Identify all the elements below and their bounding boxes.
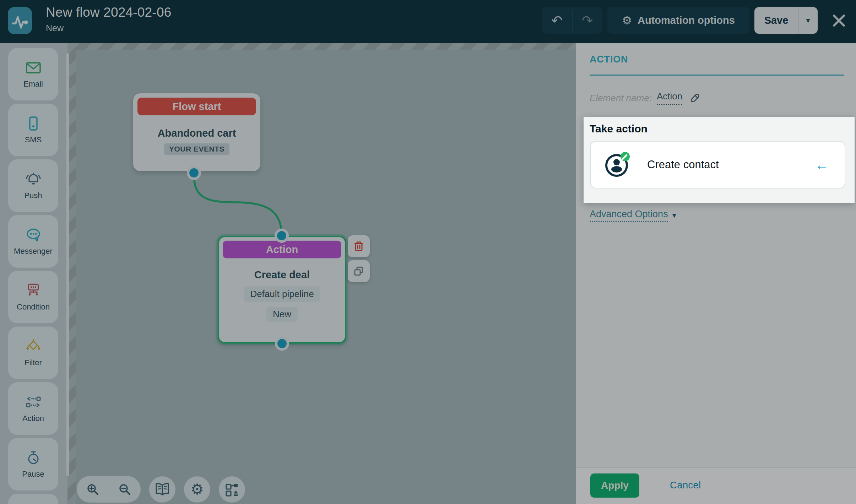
- panel-title: ACTION: [590, 54, 628, 65]
- create-contact-card[interactable]: Create contact ←: [590, 141, 845, 188]
- messenger-icon: [25, 227, 42, 243]
- save-dropdown-button[interactable]: ▾: [798, 16, 818, 25]
- close-icon: [831, 12, 847, 29]
- sidebar-item-action[interactable]: Action: [8, 382, 58, 435]
- zoom-controls: [77, 476, 141, 503]
- node-action-stage-tag: New: [266, 307, 298, 322]
- sidebar-item-email[interactable]: Email: [8, 48, 58, 100]
- flow-status: New: [46, 23, 171, 33]
- node-flow-start-tag: YOUR EVENTS: [164, 143, 229, 155]
- sidebar-item-label: SMS: [25, 135, 42, 144]
- panel-footer: Apply Cancel: [576, 467, 856, 504]
- node-action-pipeline-tag: Default pipeline: [244, 286, 320, 302]
- sidebar-item-label: Condition: [17, 302, 50, 312]
- trash-icon: [353, 240, 365, 252]
- email-icon: [25, 60, 42, 76]
- zoom-out-icon: [117, 482, 132, 497]
- save-button[interactable]: Save: [754, 15, 798, 26]
- create-contact-label: Create contact: [647, 158, 719, 171]
- delete-node-button[interactable]: [348, 235, 370, 257]
- sms-icon: [25, 115, 42, 132]
- sidebar-item-label: Filter: [25, 358, 42, 367]
- sidebar-item-pause[interactable]: Pause: [8, 438, 58, 491]
- element-name-row: Element name: Action: [590, 91, 700, 105]
- redo-icon: ↷: [582, 13, 593, 28]
- node-flow-start-title: Abandoned cart: [133, 127, 260, 139]
- gear-icon: ⚙: [190, 482, 204, 497]
- minimap-icon: [224, 482, 240, 497]
- sidebar-scrollbar[interactable]: [66, 53, 69, 476]
- save-split-button: Save ▾: [754, 7, 818, 34]
- node-flow-start[interactable]: Flow start Abandoned cart YOUR EVENTS: [133, 93, 260, 171]
- flow-titles: New flow 2024-02-06 New: [46, 5, 171, 33]
- flow-canvas[interactable]: Flow start Abandoned cart YOUR EVENTS Ac…: [67, 43, 576, 504]
- node-action-create-deal[interactable]: Action Create deal Default pipeline New: [218, 236, 346, 344]
- automation-options-label: Automation options: [638, 15, 735, 26]
- zoom-out-button[interactable]: [109, 476, 141, 503]
- advanced-options-label: Advanced Options: [590, 209, 668, 222]
- canvas-settings-button[interactable]: ⚙: [184, 476, 210, 503]
- connector-action-in[interactable]: [275, 229, 289, 243]
- guide-button[interactable]: [149, 476, 175, 503]
- advanced-options-toggle[interactable]: Advanced Options ▾: [590, 209, 676, 222]
- connector-flow-start-out[interactable]: [187, 166, 201, 180]
- sidebar-item-sms[interactable]: SMS: [8, 104, 58, 156]
- chevron-down-icon: ▾: [672, 211, 676, 220]
- node-action-title: Create deal: [219, 269, 345, 281]
- automation-flow-builder: New flow 2024-02-06 New ↶ ↷ ⚙ Automation…: [0, 0, 856, 504]
- pulse-icon: [8, 7, 32, 34]
- minimap-button[interactable]: [219, 476, 245, 503]
- sidebar-item-label: Email: [23, 80, 43, 89]
- book-icon: [155, 482, 170, 497]
- undo-redo-group: ↶ ↷: [542, 7, 602, 34]
- zoom-in-icon: [85, 482, 100, 497]
- element-sidebar: Email SMS Push Me: [0, 43, 67, 504]
- redo-button[interactable]: ↷: [573, 7, 603, 34]
- element-name-value[interactable]: Action: [657, 91, 682, 105]
- edit-name-button[interactable]: [689, 92, 700, 104]
- sidebar-item-push[interactable]: Push: [8, 159, 58, 212]
- sidebar-item-filter[interactable]: Filter: [8, 327, 58, 379]
- sidebar-item-condition[interactable]: Condition: [8, 271, 58, 323]
- undo-button[interactable]: ↶: [542, 7, 572, 34]
- close-button[interactable]: [830, 11, 848, 31]
- chevron-down-icon: ▾: [806, 16, 810, 25]
- element-name-label: Element name:: [590, 93, 652, 104]
- sidebar-item-label: Messenger: [14, 247, 53, 256]
- sidebar-item-label: Pause: [22, 470, 44, 479]
- divider: [590, 75, 844, 76]
- element-settings-panel: ACTION Element name: Action Take action: [576, 43, 856, 504]
- node-toolbar: [348, 235, 370, 282]
- sidebar-item-partial[interactable]: [8, 494, 58, 504]
- connector-action-out[interactable]: [275, 336, 289, 351]
- pause-timer-icon: [25, 450, 42, 466]
- flow-title: New flow 2024-02-06: [46, 5, 171, 20]
- copy-icon: [353, 265, 365, 277]
- action-icon: [25, 394, 42, 410]
- app-logo: [8, 7, 32, 34]
- node-action-header: Action: [223, 241, 341, 258]
- undo-icon: ↶: [551, 13, 563, 28]
- condition-icon: [25, 283, 42, 299]
- take-action-section: Take action Create contact ←: [584, 117, 855, 203]
- node-flow-start-header: Flow start: [137, 98, 256, 115]
- sidebar-item-messenger[interactable]: Messenger: [8, 215, 58, 268]
- sidebar-item-label: Push: [24, 191, 42, 200]
- sidebar-item-label: Action: [22, 414, 44, 423]
- create-contact-icon: [604, 151, 631, 178]
- canvas-controls: ⚙: [77, 476, 245, 503]
- pencil-icon: [689, 92, 700, 104]
- gear-icon: ⚙: [622, 14, 632, 27]
- cancel-button[interactable]: Cancel: [670, 480, 701, 491]
- apply-button[interactable]: Apply: [590, 473, 639, 498]
- back-arrow-icon[interactable]: ←: [815, 157, 829, 173]
- automation-options-button[interactable]: ⚙ Automation options: [607, 7, 749, 34]
- take-action-heading: Take action: [590, 123, 648, 135]
- filter-icon: [25, 338, 42, 355]
- top-bar: New flow 2024-02-06 New ↶ ↷ ⚙ Automation…: [0, 0, 856, 43]
- zoom-in-button[interactable]: [77, 476, 109, 503]
- push-bell-icon: [25, 171, 42, 187]
- duplicate-node-button[interactable]: [348, 260, 370, 282]
